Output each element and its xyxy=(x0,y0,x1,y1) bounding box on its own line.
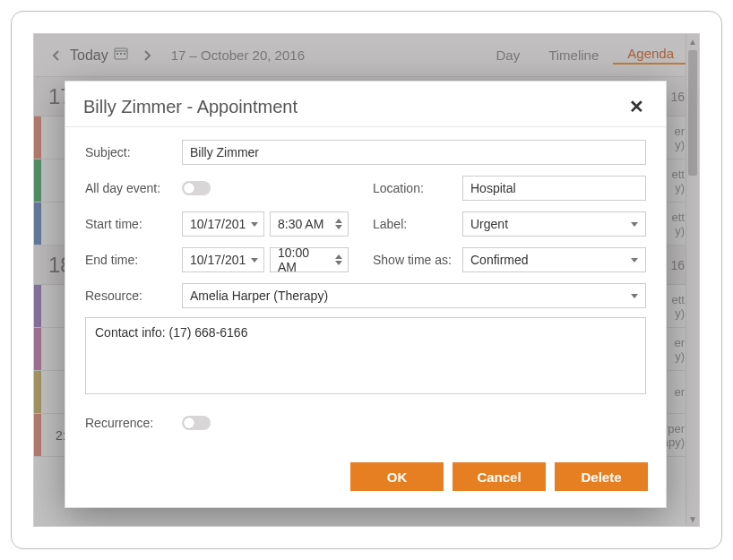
date-right: 16 xyxy=(670,258,685,272)
resource-label: Resource: xyxy=(85,289,182,303)
svg-rect-4 xyxy=(124,53,125,55)
resource-value: Amelia Harper (Therapy) xyxy=(190,289,328,303)
resource-dropdown[interactable]: Amelia Harper (Therapy) xyxy=(182,283,646,308)
end-time-spinner[interactable]: 10:00 AM xyxy=(270,247,349,272)
start-time-spinner[interactable]: 8:30 AM xyxy=(270,211,349,237)
chevron-down-icon xyxy=(631,222,638,227)
calendar-icon xyxy=(114,47,130,65)
chevron-down-icon xyxy=(631,258,638,263)
allday-toggle[interactable] xyxy=(182,181,211,195)
close-button[interactable]: ✕ xyxy=(625,96,648,117)
chevron-down-icon xyxy=(251,258,258,263)
notes-textarea[interactable] xyxy=(85,317,646,394)
scroll-up-icon[interactable]: ▲ xyxy=(686,34,699,48)
svg-rect-2 xyxy=(116,53,118,55)
recurrence-label: Recurrence: xyxy=(85,416,182,430)
today-button[interactable]: Today xyxy=(68,47,135,65)
cancel-button[interactable]: Cancel xyxy=(453,462,546,491)
appointment-dialog: Billy Zimmer - Appointment ✕ Subject: Al… xyxy=(65,81,667,508)
end-date-value: 10/17/201 xyxy=(190,253,246,267)
label-label: Label: xyxy=(366,217,462,231)
start-date-value: 10/17/201 xyxy=(190,217,246,231)
tab-timeline[interactable]: Timeline xyxy=(534,47,613,63)
end-date-picker[interactable]: 10/17/201 xyxy=(182,247,264,272)
vertical-scrollbar[interactable]: ▲ ▼ xyxy=(686,34,699,526)
today-label: Today xyxy=(70,47,108,64)
spinner-down-icon[interactable] xyxy=(335,261,342,265)
scroll-down-icon[interactable]: ▼ xyxy=(686,512,699,526)
location-input[interactable] xyxy=(462,176,646,201)
start-date-picker[interactable]: 10/17/201 xyxy=(182,211,264,237)
prev-button[interactable] xyxy=(45,44,68,67)
next-button[interactable] xyxy=(135,44,159,67)
starttime-label: Start time: xyxy=(85,217,182,231)
chevron-down-icon xyxy=(251,222,258,227)
showtime-label: Show time as: xyxy=(366,253,462,267)
tab-agenda[interactable]: Agenda xyxy=(613,46,688,65)
ok-button[interactable]: OK xyxy=(350,462,444,491)
delete-button[interactable]: Delete xyxy=(555,462,648,491)
spinner-up-icon[interactable] xyxy=(335,254,342,259)
calendar-toolbar: Today 17 – October 20, 2016 Day Timeline… xyxy=(34,34,699,77)
chevron-down-icon xyxy=(631,294,638,298)
date-right: 16 xyxy=(670,90,685,104)
date-range-label: 17 – October 20, 2016 xyxy=(171,47,305,63)
dialog-title: Billy Zimmer - Appointment xyxy=(83,97,298,117)
allday-label: All day event: xyxy=(85,181,182,195)
svg-rect-3 xyxy=(120,53,122,55)
tab-day[interactable]: Day xyxy=(481,47,534,63)
recurrence-toggle[interactable] xyxy=(182,416,211,430)
label-value: Urgent xyxy=(470,217,508,231)
spinner-up-icon[interactable] xyxy=(335,219,342,223)
showtime-value: Confirmed xyxy=(470,253,529,267)
close-icon: ✕ xyxy=(629,97,644,116)
subject-input[interactable] xyxy=(182,140,646,165)
subject-label: Subject: xyxy=(85,145,182,159)
end-time-value: 10:00 AM xyxy=(278,246,330,274)
start-time-value: 8:30 AM xyxy=(278,217,323,231)
scrollbar-thumb[interactable] xyxy=(688,50,697,176)
showtime-dropdown[interactable]: Confirmed xyxy=(462,247,646,272)
location-label: Location: xyxy=(366,181,462,195)
endtime-label: End time: xyxy=(85,253,182,267)
label-dropdown[interactable]: Urgent xyxy=(462,211,646,237)
spinner-down-icon[interactable] xyxy=(335,225,342,229)
